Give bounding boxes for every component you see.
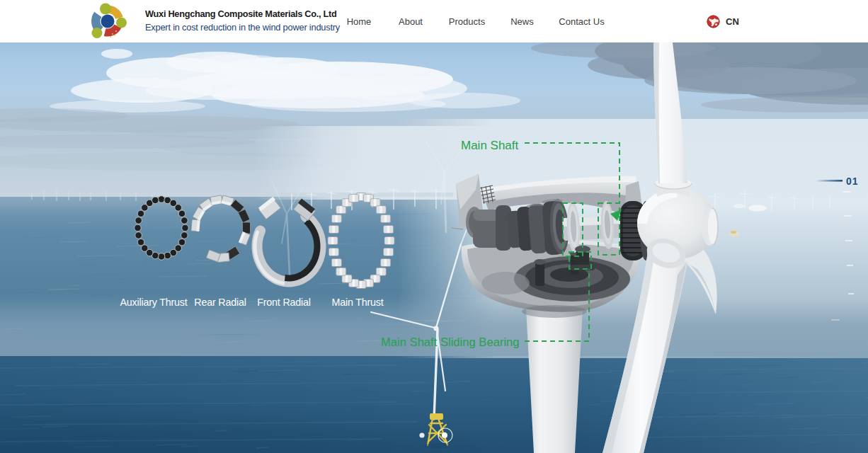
svg-text:Main Thrust: Main Thrust <box>331 297 383 308</box>
svg-text:Main Shaft: Main Shaft <box>461 139 519 152</box>
svg-text:01: 01 <box>846 176 859 187</box>
svg-text:Rear Radial: Rear Radial <box>194 297 246 308</box>
svg-text:Front Radial: Front Radial <box>257 297 310 308</box>
svg-text:Main Shaft Sliding Bearing: Main Shaft Sliding Bearing <box>381 336 520 349</box>
svg-text:Auxiliary Thrust: Auxiliary Thrust <box>120 297 187 308</box>
